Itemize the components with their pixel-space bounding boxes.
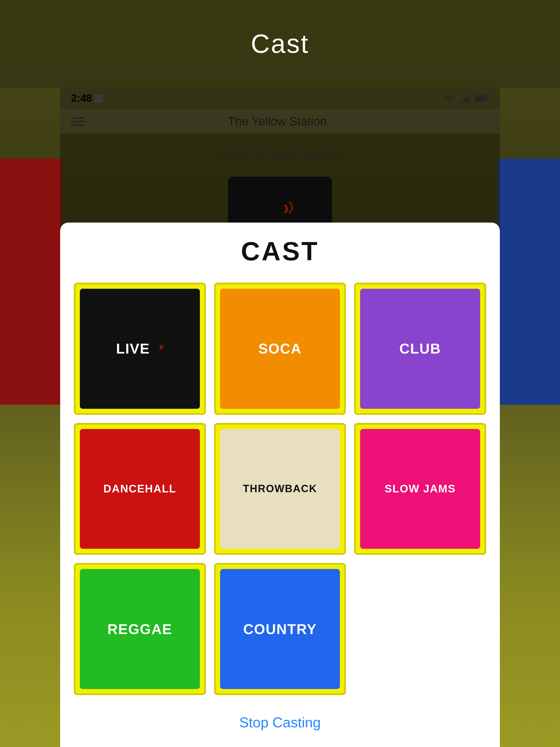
live-signal-icon xyxy=(153,343,163,354)
genre-inner-slow-jams: SLOW JAMS xyxy=(360,429,480,549)
genre-cell-reggae[interactable]: REGGAE xyxy=(74,563,206,695)
genre-cell-club[interactable]: CLUB xyxy=(354,283,486,415)
soca-label: SOCA xyxy=(258,340,302,357)
genre-grid-row2: DANCEHALL THROWBACK SLOW JAMS xyxy=(74,423,486,555)
genre-inner-reggae: REGGAE xyxy=(80,569,200,689)
top-title-area: Cast xyxy=(0,0,560,87)
genre-inner-dancehall: DANCEHALL xyxy=(80,429,200,549)
club-label: CLUB xyxy=(399,340,441,357)
phone-container: 2:48 xyxy=(60,87,500,747)
cast-page-title: Cast xyxy=(251,29,309,59)
genre-inner-country: COUNTRY xyxy=(220,569,340,689)
genre-cell-empty xyxy=(354,563,486,695)
throwback-label: THROWBACK xyxy=(243,483,317,495)
genre-inner-throwback: THROWBACK xyxy=(220,429,340,549)
live-content: LIVE xyxy=(116,340,164,357)
left-panel xyxy=(0,159,63,405)
genre-grid-row1: LIVE SOCA CLUB xyxy=(74,283,486,415)
slow-jams-label: SLOW JAMS xyxy=(385,483,456,495)
cast-modal-title: CAST xyxy=(74,236,486,266)
genre-cell-soca[interactable]: SOCA xyxy=(214,283,346,415)
genre-cell-dancehall[interactable]: DANCEHALL xyxy=(74,423,206,555)
live-label: LIVE xyxy=(116,340,150,357)
genre-inner-club: CLUB xyxy=(360,289,480,409)
stop-casting-button[interactable]: Stop Casting xyxy=(74,709,486,736)
modal-overlay: CAST LIVE xyxy=(60,87,500,747)
dancehall-label: DANCEHALL xyxy=(103,483,176,495)
reggae-label: REGGAE xyxy=(107,621,172,637)
country-label: COUNTRY xyxy=(243,621,316,637)
genre-inner-live: LIVE xyxy=(80,289,200,409)
genre-cell-throwback[interactable]: THROWBACK xyxy=(214,423,346,555)
genre-cell-live[interactable]: LIVE xyxy=(74,283,206,415)
right-panel xyxy=(497,159,560,405)
genre-cell-slow-jams[interactable]: SLOW JAMS xyxy=(354,423,486,555)
genre-grid-row3: REGGAE COUNTRY xyxy=(74,563,486,695)
genre-inner-soca: SOCA xyxy=(220,289,340,409)
genre-cell-country[interactable]: COUNTRY xyxy=(214,563,346,695)
cast-modal: CAST LIVE xyxy=(60,223,500,747)
